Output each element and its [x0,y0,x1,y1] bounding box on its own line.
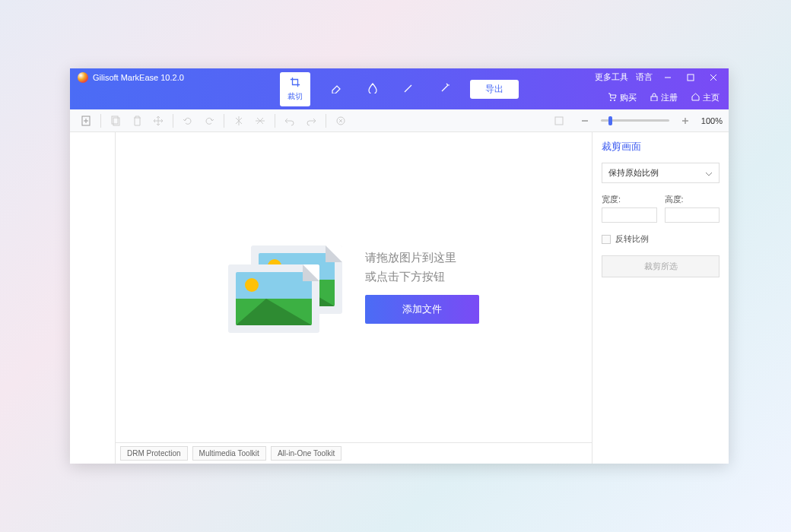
thumbnail-strip [70,132,116,464]
undo-button[interactable] [280,111,300,131]
tab-drm[interactable]: DRM Protection [120,446,188,461]
register-link[interactable]: 注册 [650,92,678,103]
placeholder-illustration [228,245,342,329]
app-icon [78,72,88,83]
buy-link[interactable]: 购买 [608,92,637,103]
ratio-dropdown[interactable]: 保持原始比例 [602,163,720,183]
crop-icon [290,77,300,90]
canvas-area: 请拖放图片到这里 或点击下方按钮 添加文件 DRM Protection Mul… [116,132,592,464]
cart-icon [608,93,617,103]
svg-rect-1 [688,74,694,81]
move-button[interactable] [148,111,168,131]
wand-icon [440,83,450,96]
flip-horizontal-button[interactable] [250,111,270,131]
separator [100,114,101,128]
lock-icon [650,93,658,103]
fit-button[interactable] [549,111,569,131]
tab-eraser[interactable] [324,80,348,99]
main-tabs: 裁切 导出 [280,72,519,106]
height-col: 高度: [665,194,720,223]
home-label: 主页 [703,92,720,103]
drop-text: 请拖放图片到这里 或点击下方按钮 添加文件 [365,251,479,324]
brush-icon [403,83,414,96]
tab-magic[interactable] [434,80,456,99]
crop-selected-button[interactable]: 裁剪所选 [602,255,720,277]
checkbox-icon[interactable] [602,235,611,244]
bottom-tabs: DRM Protection Multimedia Toolkit All-in… [116,442,592,464]
separator [326,114,326,128]
tab-blur[interactable] [362,80,383,99]
titlebar: Gilisoft MarkEase 10.2.0 更多工具 语言 [70,68,729,109]
tab-crop[interactable]: 裁切 [280,72,310,106]
dimensions: 宽度: 高度: [602,194,720,223]
eraser-icon [330,83,342,96]
tab-allinone[interactable]: All-in-One Toolkit [271,446,341,461]
export-label: 导出 [485,84,504,94]
panel-title: 裁剪画面 [602,140,720,154]
content-area: 请拖放图片到这里 或点击下方按钮 添加文件 DRM Protection Mul… [70,132,729,464]
svg-point-4 [610,100,612,101]
height-label: 高度: [665,194,720,205]
buy-label: 购买 [620,92,637,103]
language-link[interactable]: 语言 [636,71,653,83]
width-label: 宽度: [602,194,657,205]
width-input[interactable] [602,207,657,223]
toolbar: 100% [70,109,729,132]
add-file-button[interactable] [76,111,96,131]
maximize-button[interactable] [683,72,698,83]
zoom-slider[interactable] [601,119,669,122]
app-window: Gilisoft MarkEase 10.2.0 更多工具 语言 [70,68,729,464]
svg-point-5 [614,100,615,101]
tab-crop-label: 裁切 [287,91,303,102]
zoom-in-button[interactable] [675,111,695,131]
drop-line-2: 或点击下方按钮 [365,270,479,284]
height-input[interactable] [665,207,720,223]
crop-btn-label: 裁剪所选 [644,261,678,271]
right-panel: 裁剪画面 保持原始比例 宽度: 高度: 反转比例 [592,132,729,464]
droplet-icon [368,83,377,96]
invert-ratio-label: 反转比例 [615,233,649,245]
separator [173,114,173,128]
rotate-left-button[interactable] [178,111,198,131]
zoom-thumb[interactable] [608,116,612,125]
separator [275,114,275,128]
home-link[interactable]: 主页 [691,92,720,103]
copy-button[interactable] [106,111,125,131]
delete-button[interactable] [127,111,147,131]
zoom-percent: 100% [701,116,723,125]
add-file-label: 添加文件 [402,303,442,315]
separator [224,114,224,128]
rotate-right-button[interactable] [199,111,219,131]
titlebar-controls: 更多工具 语言 [595,71,721,83]
toolbar-right: 100% [549,111,723,131]
image-icon [228,264,319,333]
svg-rect-6 [651,97,657,101]
flip-vertical-button[interactable] [229,111,249,131]
drop-zone[interactable]: 请拖放图片到这里 或点击下方按钮 添加文件 [116,132,592,442]
more-tools-link[interactable]: 更多工具 [595,71,628,83]
app-title: Gilisoft MarkEase 10.2.0 [93,73,184,82]
ratio-value: 保持原始比例 [608,167,659,179]
minimize-button[interactable] [660,72,675,83]
zoom-out-button[interactable] [575,111,595,131]
register-label: 注册 [661,92,678,103]
redo-button[interactable] [301,111,321,131]
tab-multimedia[interactable]: Multimedia Toolkit [192,446,266,461]
clear-button[interactable] [331,111,351,131]
svg-rect-11 [555,117,563,125]
invert-ratio-row[interactable]: 反转比例 [602,233,720,245]
header-links: 购买 注册 主页 [608,92,720,103]
add-file-button[interactable]: 添加文件 [365,295,479,324]
chevron-down-icon [705,169,713,178]
width-col: 宽度: [602,194,657,223]
app-title-wrap: Gilisoft MarkEase 10.2.0 [78,72,184,83]
export-button[interactable]: 导出 [470,80,519,99]
close-button[interactable] [706,72,721,83]
drop-line-1: 请拖放图片到这里 [365,251,479,265]
toolbar-left [76,111,351,131]
tab-brush[interactable] [397,80,420,99]
home-icon [691,93,700,103]
